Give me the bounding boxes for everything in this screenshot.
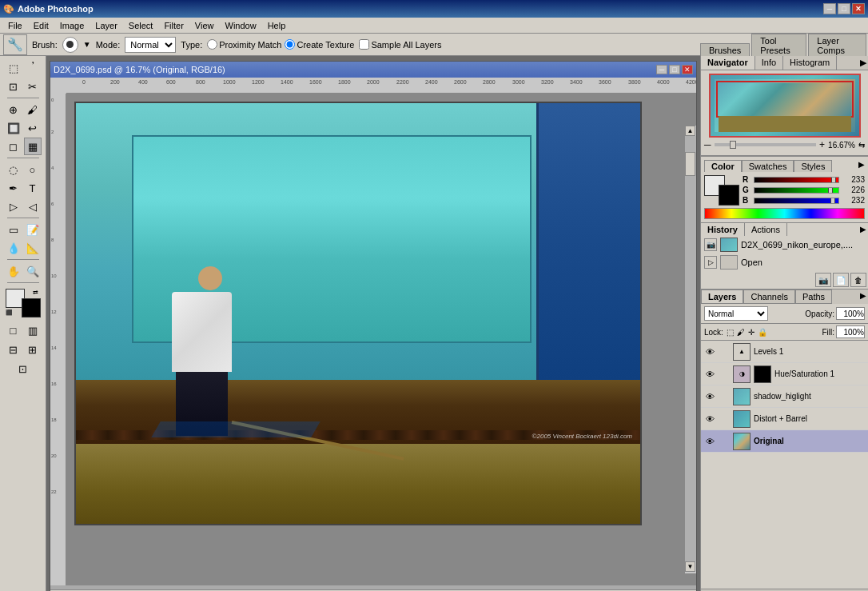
tool-shape[interactable]: ▭ xyxy=(5,221,22,238)
layer-row-levels1[interactable]: 👁 ▲ Levels 1 xyxy=(701,341,868,363)
create-texture-radio-label[interactable]: Create Texture xyxy=(285,39,354,50)
tool-type[interactable]: T xyxy=(24,179,42,197)
menu-file[interactable]: File xyxy=(3,19,27,32)
layer-row-huesat1[interactable]: 👁 ◑ Hue/Saturation 1 xyxy=(701,363,868,385)
tab-paths[interactable]: Paths xyxy=(795,290,832,304)
color-menu-btn[interactable]: ▶ xyxy=(858,160,865,172)
canvas-area[interactable]: D2X_0699.psd @ 16.7% (Original, RGB/16) … xyxy=(46,56,700,591)
menu-filter[interactable]: Filter xyxy=(159,19,188,32)
tab-tool-presets[interactable]: Tool Presets xyxy=(751,34,806,57)
vscrollbar[interactable]: ▲ ▼ xyxy=(684,126,696,573)
close-button[interactable]: ✕ xyxy=(852,3,865,14)
create-texture-radio[interactable] xyxy=(285,39,295,50)
tab-histogram[interactable]: Histogram xyxy=(783,56,837,70)
menu-image[interactable]: Image xyxy=(55,19,90,32)
layers-menu-btn[interactable]: ▶ xyxy=(858,290,868,304)
tool-stamp[interactable]: 🔲 xyxy=(5,119,22,137)
tool-screen-mode[interactable]: ⊟ xyxy=(5,341,22,358)
layer-visibility-original[interactable]: 👁 xyxy=(704,436,715,447)
swap-colors[interactable]: ⇄ xyxy=(33,289,41,297)
menu-edit[interactable]: Edit xyxy=(29,19,54,32)
tool-direct-select[interactable]: ◁ xyxy=(24,198,42,215)
minimize-button[interactable]: ─ xyxy=(823,3,836,14)
menu-layer[interactable]: Layer xyxy=(90,19,122,32)
history-delete-btn[interactable]: 🗑 xyxy=(850,273,866,287)
lock-brush-icon[interactable]: 🖌 xyxy=(737,328,745,337)
tab-color[interactable]: Color xyxy=(704,160,742,172)
tool-history-brush[interactable]: ↩ xyxy=(24,119,42,137)
opacity-input[interactable] xyxy=(836,307,865,320)
tool-standard-mode[interactable]: □ xyxy=(5,321,22,339)
navigator-thumbnail[interactable] xyxy=(709,74,861,138)
tab-styles[interactable]: Styles xyxy=(794,160,832,172)
color-bg-swatch[interactable] xyxy=(719,185,739,206)
vscroll-track[interactable] xyxy=(685,136,696,561)
tool-imageeady[interactable]: ⊡ xyxy=(14,360,32,377)
spectrum-bar[interactable] xyxy=(704,208,865,219)
mode-select[interactable]: Normal Multiply Screen xyxy=(125,37,176,53)
tool-brush[interactable]: 🖌 xyxy=(24,101,42,118)
tab-layer-comps[interactable]: Layer Comps xyxy=(808,34,866,57)
menu-window[interactable]: Window xyxy=(221,19,261,32)
vscroll-up-btn[interactable]: ▲ xyxy=(685,126,695,136)
tool-pen[interactable]: ✒ xyxy=(5,179,22,197)
reset-colors[interactable]: ⬛ xyxy=(6,309,14,317)
tool-healing[interactable]: ⊕ xyxy=(5,101,22,118)
tool-slice[interactable]: ✂ xyxy=(24,78,42,95)
doc-maximize-btn[interactable]: □ xyxy=(669,65,680,74)
layer-visibility-levels1[interactable]: 👁 xyxy=(704,346,715,357)
lock-all-icon[interactable]: 🔒 xyxy=(758,328,767,337)
tool-hand[interactable]: ✋ xyxy=(5,262,22,280)
history-menu-btn[interactable]: ▶ xyxy=(858,223,868,236)
vscroll-thumb[interactable] xyxy=(685,152,695,176)
nav-zoom-plus[interactable]: + xyxy=(819,139,825,150)
background-color[interactable] xyxy=(22,298,41,317)
tool-blur[interactable]: ◌ xyxy=(5,161,22,178)
tool-eyedropper[interactable]: 💧 xyxy=(5,239,22,257)
sample-all-checkbox[interactable] xyxy=(359,39,369,50)
fill-input[interactable] xyxy=(836,325,865,338)
menu-view[interactable]: View xyxy=(190,19,219,32)
history-new-snapshot-btn[interactable]: 📷 xyxy=(815,273,831,287)
tool-path-select[interactable]: ▷ xyxy=(5,198,22,215)
navigator-menu-btn[interactable]: ▶ xyxy=(858,56,868,70)
nav-zoom-minus[interactable]: ─ xyxy=(704,139,711,150)
tab-brushes[interactable]: Brushes xyxy=(700,43,750,57)
tool-notes[interactable]: 📝 xyxy=(24,221,42,238)
tool-lasso[interactable]: 𝄒 xyxy=(24,59,42,77)
doc-minimize-btn[interactable]: ─ xyxy=(656,65,667,74)
layer-visibility-shadow[interactable]: 👁 xyxy=(704,391,715,402)
nav-zoom-arrows[interactable]: ⇆ xyxy=(858,141,865,150)
nav-zoom-slider[interactable] xyxy=(715,143,817,146)
tab-layers[interactable]: Layers xyxy=(701,290,743,304)
history-create-doc-btn[interactable]: 📄 xyxy=(833,273,849,287)
tool-quickmask-mode[interactable]: ▥ xyxy=(24,321,42,339)
layer-row-shadow-higlight[interactable]: 👁 shadow_higlight xyxy=(701,385,868,408)
tab-navigator[interactable]: Navigator xyxy=(701,56,755,70)
tool-gradient[interactable]: ▦ xyxy=(24,138,42,155)
tab-channels[interactable]: Channels xyxy=(743,290,794,304)
history-open-item[interactable]: ▷ Open xyxy=(701,254,868,271)
layer-visibility-distort[interactable]: 👁 xyxy=(704,413,715,425)
tool-eraser[interactable]: ◻ xyxy=(5,138,22,155)
tool-fullscreen-mode[interactable]: ⊞ xyxy=(24,341,42,358)
history-snapshot-item[interactable]: 📷 D2X_0699_nikon_europe,.... xyxy=(701,236,868,254)
layer-row-distort[interactable]: 👁 Distort + Barrel xyxy=(701,408,868,430)
menu-select[interactable]: Select xyxy=(124,19,158,32)
doc-close-btn[interactable]: ✕ xyxy=(682,65,693,74)
blend-mode-select[interactable]: Normal Multiply Screen xyxy=(704,306,768,321)
proximity-radio-label[interactable]: Proximity Match xyxy=(207,39,281,50)
tab-info[interactable]: Info xyxy=(755,56,783,70)
proximity-radio[interactable] xyxy=(207,39,217,50)
g-slider[interactable] xyxy=(754,187,839,194)
r-slider[interactable] xyxy=(754,177,839,183)
b-slider[interactable] xyxy=(754,198,839,204)
tab-swatches[interactable]: Swatches xyxy=(742,160,794,172)
lock-move-icon[interactable]: ✛ xyxy=(748,328,755,337)
maximize-button[interactable]: □ xyxy=(838,3,850,14)
lock-transparent-icon[interactable]: ⬚ xyxy=(727,328,734,337)
layer-row-original[interactable]: 👁 Original xyxy=(701,430,868,453)
menu-help[interactable]: Help xyxy=(263,19,291,32)
tool-crop[interactable]: ⊡ xyxy=(5,78,22,95)
brush-size-dropdown[interactable]: ▼ xyxy=(83,40,91,49)
